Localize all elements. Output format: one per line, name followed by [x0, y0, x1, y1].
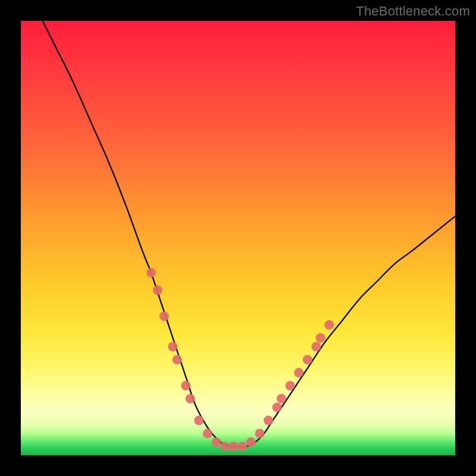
curve-svg	[21, 21, 455, 455]
watermark-text: TheBottleneck.com	[356, 4, 470, 19]
curve-marker	[220, 441, 230, 451]
curve-marker	[186, 394, 195, 403]
curve-marker	[316, 333, 325, 343]
curve-marker	[286, 381, 295, 390]
curve-marker	[168, 342, 178, 352]
curve-marker	[153, 286, 162, 295]
curve-marker	[212, 437, 221, 447]
curve-marker	[159, 311, 169, 321]
curve-marker	[311, 342, 321, 352]
curve-marker	[146, 268, 156, 277]
curve-marker	[237, 441, 247, 451]
curve-marker	[229, 441, 239, 451]
curve-marker	[246, 437, 256, 447]
curve-marker	[255, 429, 265, 439]
curve-marker	[194, 416, 203, 425]
curve-marker	[264, 416, 273, 425]
curve-marker	[173, 355, 182, 364]
curve-marker	[273, 403, 282, 412]
chart-frame: TheBottleneck.com	[0, 0, 476, 476]
bottleneck-curve	[43, 21, 456, 447]
curve-marker	[294, 368, 303, 377]
curve-marker	[181, 381, 190, 390]
curve-marker	[324, 320, 334, 330]
curve-marker	[203, 429, 212, 439]
curve-marker	[277, 394, 286, 403]
curve-marker	[303, 355, 312, 364]
plot-area	[21, 21, 455, 455]
curve-markers	[146, 268, 334, 451]
